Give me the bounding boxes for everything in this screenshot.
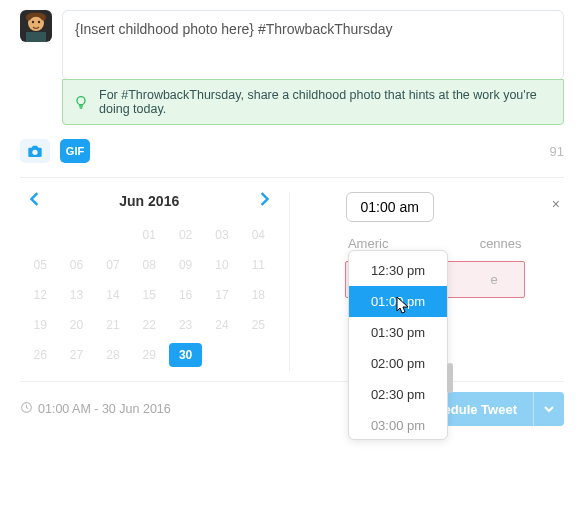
time-option[interactable]: 01:30 pm: [349, 317, 447, 348]
calendar-day[interactable]: 22: [133, 313, 165, 337]
calendar-day[interactable]: 28: [97, 343, 129, 367]
time-dropdown[interactable]: 12:30 pm 01:00 pm 01:30 pm 02:00 pm 02:3…: [348, 250, 448, 440]
calendar-day: [24, 223, 56, 247]
calendar-day[interactable]: 24: [206, 313, 238, 337]
calendar-day[interactable]: 01: [133, 223, 165, 247]
scheduler-panel: Jun 2016 0102030405060708091011121314151…: [20, 192, 564, 371]
compose-area: {Insert childhood photo here} #Throwback…: [62, 10, 564, 125]
calendar-day[interactable]: 16: [169, 283, 201, 307]
calendar-day[interactable]: 29: [133, 343, 165, 367]
svg-point-6: [32, 150, 37, 155]
timezone-text: Americ cennes: [306, 236, 565, 251]
timezone-left: Americ: [348, 236, 388, 251]
calendar-day[interactable]: 25: [242, 313, 274, 337]
tweet-text-input[interactable]: {Insert childhood photo here} #Throwback…: [62, 10, 564, 80]
timezone-right: cennes: [480, 236, 522, 251]
calendar-day: [60, 223, 92, 247]
calendar-day[interactable]: 19: [24, 313, 56, 337]
tweet-scheduler: {Insert childhood photo here} #Throwback…: [0, 0, 584, 436]
compose-toolbar: GIF 91: [20, 139, 564, 163]
calendar-day: [97, 223, 129, 247]
calendar-day[interactable]: 06: [60, 253, 92, 277]
hint-banner: For #ThrowbackThursday, share a childhoo…: [62, 79, 564, 125]
lightbulb-icon: [73, 94, 89, 110]
camera-icon[interactable]: [20, 139, 50, 163]
calendar-day[interactable]: 18: [242, 283, 274, 307]
svg-point-5: [77, 97, 85, 105]
svg-point-2: [32, 21, 34, 23]
schedule-dropdown-button[interactable]: [533, 392, 564, 426]
chevron-down-icon: [544, 405, 554, 413]
divider: [20, 177, 564, 178]
calendar-day[interactable]: 15: [133, 283, 165, 307]
time-option[interactable]: 12:30 pm: [349, 255, 447, 286]
time-select[interactable]: 01:00 am: [346, 192, 434, 222]
calendar-day: [206, 343, 238, 367]
scheduled-time-label: 01:00 AM - 30 Jun 2016: [20, 401, 171, 417]
calendar-day[interactable]: 23: [169, 313, 201, 337]
calendar-day[interactable]: 20: [60, 313, 92, 337]
calendar-day[interactable]: 17: [206, 283, 238, 307]
calendar-day: [242, 343, 274, 367]
calendar-day[interactable]: 26: [24, 343, 56, 367]
calendar-day[interactable]: 12: [24, 283, 56, 307]
svg-rect-4: [26, 32, 46, 42]
calendar-day[interactable]: 30: [169, 343, 201, 367]
char-count: 91: [550, 144, 564, 159]
prev-month-icon[interactable]: [30, 192, 40, 209]
hint-text: For #ThrowbackThursday, share a childhoo…: [99, 88, 553, 116]
close-icon[interactable]: ×: [552, 196, 560, 212]
calendar-day[interactable]: 14: [97, 283, 129, 307]
cursor-icon: [396, 296, 412, 320]
next-month-icon[interactable]: [259, 192, 269, 209]
gif-icon[interactable]: GIF: [60, 139, 90, 163]
time-option[interactable]: 02:00 pm: [349, 348, 447, 379]
calendar-day[interactable]: 02: [169, 223, 201, 247]
custom-right: e: [491, 272, 498, 287]
scheduled-time-text: 01:00 AM - 30 Jun 2016: [38, 402, 171, 416]
scrollbar-thumb[interactable]: [447, 363, 453, 393]
calendar-day[interactable]: 09: [169, 253, 201, 277]
calendar-day[interactable]: 03: [206, 223, 238, 247]
calendar-day[interactable]: 10: [206, 253, 238, 277]
compose-row: {Insert childhood photo here} #Throwback…: [20, 10, 564, 125]
clock-icon: [20, 401, 33, 417]
calendar-grid: 0102030405060708091011121314151617181920…: [20, 219, 279, 371]
time-option[interactable]: 03:00 pm: [349, 410, 447, 435]
month-label: Jun 2016: [119, 193, 179, 209]
calendar-day[interactable]: 07: [97, 253, 129, 277]
calendar-day[interactable]: 27: [60, 343, 92, 367]
calendar-day[interactable]: 04: [242, 223, 274, 247]
calendar-day[interactable]: 13: [60, 283, 92, 307]
footer: 01:00 AM - 30 Jun 2016 Schedule Tweet: [20, 381, 564, 426]
avatar: [20, 10, 52, 42]
calendar-day[interactable]: 21: [97, 313, 129, 337]
calendar-day[interactable]: 11: [242, 253, 274, 277]
calendar-day[interactable]: 08: [133, 253, 165, 277]
calendar-day[interactable]: 05: [24, 253, 56, 277]
time-option[interactable]: 02:30 pm: [349, 379, 447, 410]
svg-point-3: [38, 21, 40, 23]
calendar: Jun 2016 0102030405060708091011121314151…: [20, 192, 290, 371]
